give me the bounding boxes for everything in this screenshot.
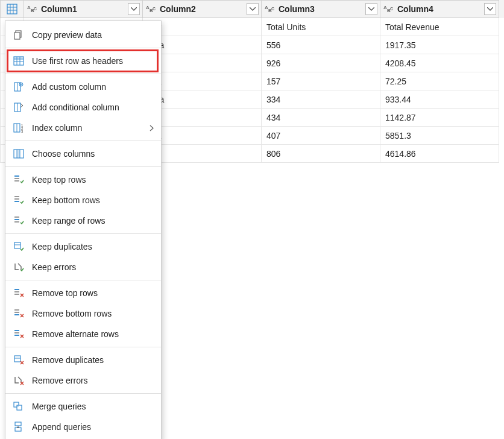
column-header-4[interactable]: ABC Column4	[380, 0, 499, 18]
remove-alternate-icon	[13, 328, 25, 340]
chevron-down-icon	[368, 7, 374, 11]
table-context-menu: Copy preview data Use first row as heade…	[5, 21, 162, 439]
abc-type-icon: ABC	[264, 2, 277, 16]
svg-rect-48	[14, 242, 20, 248]
menu-label: Remove bottom rows	[32, 309, 112, 318]
abc-type-icon: ABC	[145, 2, 159, 16]
svg-text:C: C	[390, 7, 393, 11]
menu-remove-duplicates[interactable]: Remove duplicates	[5, 350, 161, 370]
column-header-3[interactable]: ABC Column3	[262, 0, 380, 18]
menu-label: Index column	[32, 123, 82, 133]
menu-remove-alternate-rows[interactable]: Remove alternate rows	[5, 324, 161, 344]
column-header-2[interactable]: ABC Column2	[143, 0, 262, 18]
filter-dropdown-button[interactable]	[128, 3, 140, 15]
add-column-icon	[13, 81, 25, 93]
menu-separator	[5, 393, 161, 394]
column-name: Column1	[40, 4, 128, 14]
menu-label: Remove errors	[32, 376, 88, 385]
table-cell[interactable]: 157	[262, 72, 380, 90]
remove-duplicates-icon	[13, 354, 25, 366]
keep-top-icon	[13, 174, 25, 186]
filter-dropdown-button[interactable]	[365, 3, 377, 15]
menu-merge-queries[interactable]: Merge queries	[5, 396, 161, 417]
menu-label: Add conditional column	[32, 103, 119, 112]
menu-keep-bottom-rows[interactable]: Keep bottom rows	[5, 190, 161, 210]
table-cell[interactable]: 5851.3	[380, 127, 499, 145]
menu-remove-bottom-rows[interactable]: Remove bottom rows	[5, 303, 161, 324]
column-header-row: ABC Column1 ABC Column2 ABC Column3 ABC …	[0, 0, 504, 18]
svg-rect-18	[14, 33, 20, 39]
menu-label: Keep duplicates	[32, 242, 92, 251]
column-header-1[interactable]: ABC Column1	[24, 0, 143, 18]
table-cell[interactable]: 806	[262, 145, 380, 163]
menu-keep-errors[interactable]: Keep errors	[5, 257, 161, 277]
svg-rect-59	[14, 356, 20, 362]
filter-dropdown-button[interactable]	[247, 3, 259, 15]
column-name: Column4	[396, 4, 484, 14]
keep-range-icon	[13, 215, 25, 227]
menu-remove-errors[interactable]: Remove errors	[5, 370, 161, 391]
menu-remove-top-rows[interactable]: Remove top rows	[5, 283, 161, 303]
menu-choose-columns[interactable]: Choose columns	[5, 144, 161, 164]
menu-separator	[5, 347, 161, 347]
menu-keep-duplicates[interactable]: Keep duplicates	[5, 236, 161, 257]
index-column-icon: 123	[13, 122, 25, 134]
table-cell[interactable]: 434	[262, 109, 380, 127]
remove-errors-icon	[13, 374, 25, 387]
menu-label: Choose columns	[32, 149, 95, 159]
menu-add-custom-column[interactable]: Add custom column	[5, 77, 161, 97]
filter-dropdown-button[interactable]	[484, 3, 496, 15]
menu-copy-preview[interactable]: Copy preview data	[5, 25, 161, 45]
menu-label: Copy preview data	[32, 30, 102, 40]
table-cell[interactable]: 334	[262, 90, 380, 109]
menu-first-row-headers[interactable]: Use first row as headers	[5, 51, 161, 71]
menu-label: Keep range of rows	[32, 216, 105, 226]
menu-label: Append queries	[32, 422, 91, 432]
append-icon	[13, 421, 25, 433]
menu-label: Use first row as headers	[32, 56, 123, 66]
menu-separator	[5, 48, 161, 48]
table-cell[interactable]: 1917.35	[380, 36, 499, 54]
table-icon	[5, 2, 19, 16]
table-cell[interactable]: 933.44	[380, 90, 499, 109]
table-corner-button[interactable]	[0, 0, 24, 18]
menu-label: Remove top rows	[32, 288, 98, 298]
table-cell[interactable]: 926	[262, 54, 380, 72]
table-cell[interactable]: 556	[262, 36, 380, 54]
svg-rect-64	[15, 422, 21, 426]
keep-bottom-icon	[13, 194, 25, 206]
menu-separator	[5, 280, 161, 280]
table-cell[interactable]: Total Units	[262, 18, 380, 36]
menu-index-column[interactable]: 123 Index column	[5, 118, 161, 138]
menu-label: Keep bottom rows	[32, 195, 100, 205]
svg-text:C: C	[153, 7, 156, 11]
chevron-down-icon	[487, 7, 493, 11]
abc-type-icon: ABC	[27, 2, 40, 16]
svg-rect-36	[17, 150, 20, 158]
keep-duplicates-icon	[13, 241, 25, 253]
menu-add-conditional-column[interactable]: Add conditional column	[5, 97, 161, 118]
table-cell[interactable]: 407	[262, 127, 380, 145]
menu-keep-range-rows[interactable]: Keep range of rows	[5, 210, 161, 231]
svg-rect-20	[14, 57, 24, 59]
table-cell[interactable]: 4208.45	[380, 54, 499, 72]
table-cell[interactable]: 4614.86	[380, 145, 499, 163]
chevron-down-icon	[250, 7, 256, 11]
menu-label: Keep top rows	[32, 175, 86, 185]
svg-text:C: C	[271, 7, 274, 11]
menu-label: Add custom column	[32, 82, 106, 92]
remove-top-icon	[13, 287, 25, 299]
menu-label: Keep errors	[32, 262, 76, 272]
svg-text:C: C	[34, 7, 37, 11]
table-cell[interactable]: 72.25	[380, 72, 499, 90]
keep-errors-icon	[13, 261, 25, 273]
menu-separator	[5, 166, 161, 167]
menu-append-queries[interactable]: Append queries	[5, 417, 161, 437]
table-cell[interactable]: Total Revenue	[380, 18, 499, 36]
table-cell[interactable]: 1142.87	[380, 109, 499, 127]
svg-rect-63	[17, 405, 19, 407]
copy-icon	[13, 29, 25, 41]
menu-keep-top-rows[interactable]: Keep top rows	[5, 169, 161, 190]
menu-separator	[5, 141, 161, 141]
svg-text:3: 3	[21, 130, 24, 133]
